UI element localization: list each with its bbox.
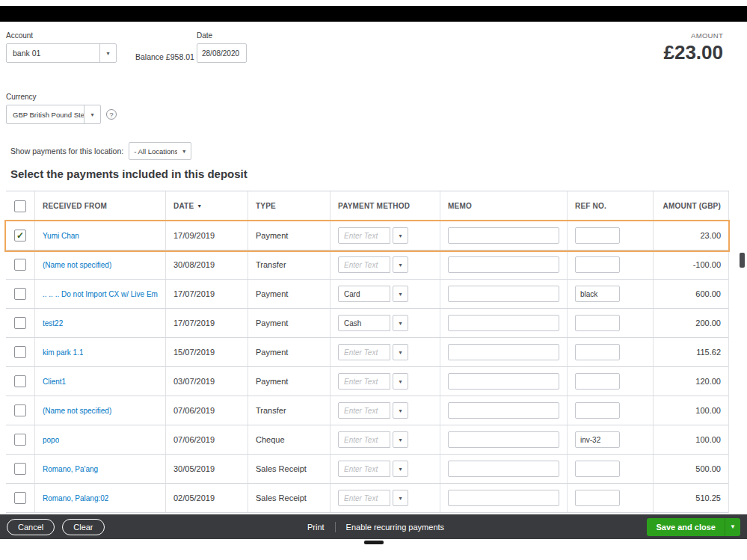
date-cell: 07/06/2019 [165, 425, 248, 454]
memo-input[interactable] [448, 431, 559, 448]
table-row: popo 07/06/2019 Cheque Enter Text ▾ 100.… [6, 425, 728, 455]
row-checkbox[interactable] [14, 492, 26, 504]
memo-input[interactable] [448, 490, 559, 506]
ref-no-input[interactable] [575, 461, 620, 477]
row-checkbox[interactable] [14, 346, 26, 358]
ref-no-input[interactable] [575, 315, 620, 331]
save-options-dropdown-arrow[interactable]: ▼ [725, 518, 740, 536]
payment-method-dropdown-arrow[interactable]: ▾ [393, 344, 408, 360]
memo-input[interactable] [448, 344, 559, 360]
chevron-down-icon[interactable]: ▾ [177, 143, 191, 159]
payment-method-dropdown-arrow[interactable]: ▾ [393, 490, 408, 506]
received-from-link[interactable]: kim park 1.1 [43, 348, 83, 357]
memo-input[interactable] [448, 227, 559, 244]
currency-select[interactable]: GBP British Pound Sterling ▾ [6, 105, 101, 124]
table-row: ✓ Yumi Chan 17/09/2019 Payment Enter Tex… [6, 221, 728, 250]
memo-input[interactable] [448, 402, 559, 419]
table-header-row: RECEIVED FROM DATE ▼ TYPE PAYMENT METHOD… [6, 191, 728, 221]
received-from-link[interactable]: Romano, Palang:02 [43, 494, 108, 502]
date-input[interactable] [197, 43, 247, 63]
type-cell: Sales Receipt [248, 484, 330, 512]
table-row: test22 17/07/2019 Payment Cash ▾ 200.00 [6, 309, 728, 338]
memo-input[interactable] [448, 256, 559, 273]
payment-method-input[interactable]: Enter Text [338, 490, 390, 506]
received-from-link[interactable]: test22 [43, 319, 63, 327]
location-select[interactable]: - All Locations - ▾ [129, 142, 191, 160]
footer-bar: Cancel Clear Print Enable recurring paym… [0, 514, 747, 539]
header-payment-method: PAYMENT METHOD [330, 191, 440, 221]
payment-method-input[interactable]: Enter Text [338, 256, 390, 273]
save-and-close-button[interactable]: Save and close ▼ [647, 518, 740, 536]
payment-method-input[interactable]: Enter Text [338, 227, 390, 244]
ref-no-input[interactable] [575, 286, 620, 302]
payment-method-input[interactable]: Enter Text [338, 461, 390, 477]
payment-method-dropdown-arrow[interactable]: ▾ [393, 431, 408, 448]
date-cell: 07/06/2019 [165, 396, 248, 425]
ref-no-input[interactable] [575, 402, 620, 419]
memo-input[interactable] [448, 373, 559, 390]
amount-cell: -100.00 [653, 250, 728, 279]
payment-method-dropdown-arrow[interactable]: ▾ [393, 402, 408, 419]
row-checkbox[interactable] [14, 375, 26, 387]
received-from-link[interactable]: .. .. .. Do not Import CX w/ Live Emails… [43, 290, 158, 298]
amount-block: AMOUNT £23.00 [663, 31, 723, 64]
ref-no-input[interactable] [575, 373, 620, 390]
account-label: Account [6, 31, 117, 40]
date-cell: 03/07/2019 [165, 367, 248, 396]
amount-cell: 510.25 [653, 484, 728, 512]
received-from-link[interactable]: (Name not specified) [43, 261, 111, 269]
payment-method-input[interactable]: Enter Text [338, 431, 390, 448]
ref-no-input[interactable] [575, 344, 620, 360]
account-select[interactable]: bank 01 ▾ [6, 43, 117, 63]
received-from-link[interactable]: Romano, Pa'ang [43, 465, 98, 473]
payment-method-input[interactable]: Enter Text [338, 373, 390, 390]
payment-method-input[interactable]: Card [338, 286, 390, 302]
chevron-down-icon[interactable]: ▾ [84, 105, 100, 123]
ref-no-input[interactable] [575, 256, 620, 273]
account-field: Account bank 01 ▾ [6, 31, 117, 63]
row-checkbox[interactable] [14, 404, 26, 416]
chevron-down-icon[interactable]: ▾ [99, 44, 116, 62]
help-icon[interactable]: ? [106, 109, 117, 120]
cancel-button[interactable]: Cancel [7, 519, 55, 535]
received-from-link[interactable]: Yumi Chan [43, 232, 79, 240]
account-select-value: bank 01 [7, 44, 99, 62]
ref-no-input[interactable] [575, 227, 620, 244]
row-checkbox[interactable]: ✓ [14, 230, 26, 241]
memo-input[interactable] [448, 315, 559, 331]
row-checkbox[interactable] [14, 317, 26, 329]
received-from-link[interactable]: Client1 [43, 378, 66, 386]
row-checkbox[interactable] [14, 463, 26, 475]
payment-method-dropdown-arrow[interactable]: ▾ [393, 461, 408, 477]
received-from-link[interactable]: (Name not specified) [43, 407, 111, 415]
type-cell: Sales Receipt [248, 455, 330, 483]
select-all-checkbox[interactable] [14, 200, 26, 212]
payment-method-dropdown-arrow[interactable]: ▾ [393, 315, 408, 331]
memo-input[interactable] [448, 286, 559, 302]
row-checkbox[interactable] [14, 259, 26, 271]
ref-no-input[interactable] [575, 490, 620, 506]
payment-method-input[interactable]: Enter Text [338, 402, 390, 419]
location-label: Show payments for this location: [10, 147, 123, 156]
header-date[interactable]: DATE ▼ [165, 191, 248, 221]
payment-method-dropdown-arrow[interactable]: ▾ [393, 373, 408, 390]
payment-method-dropdown-arrow[interactable]: ▾ [393, 227, 408, 244]
enable-recurring-payments-link[interactable]: Enable recurring payments [346, 523, 444, 532]
amount-cell: 120.00 [653, 367, 728, 396]
save-and-close-label: Save and close [647, 518, 725, 536]
memo-input[interactable] [448, 461, 559, 477]
date-field: Date [197, 31, 247, 63]
clear-button[interactable]: Clear [62, 519, 104, 535]
scrollbar-thumb[interactable] [740, 253, 745, 268]
payment-method-dropdown-arrow[interactable]: ▾ [393, 256, 408, 273]
row-checkbox[interactable] [14, 434, 26, 446]
type-cell: Payment [248, 367, 330, 396]
row-checkbox[interactable] [14, 288, 26, 300]
ref-no-input[interactable] [575, 431, 620, 448]
payment-method-input[interactable]: Enter Text [338, 344, 390, 360]
payment-method-input[interactable]: Cash [338, 315, 390, 331]
print-link[interactable]: Print [307, 523, 325, 532]
header-type: TYPE [248, 191, 330, 221]
received-from-link[interactable]: popo [43, 436, 59, 444]
payment-method-dropdown-arrow[interactable]: ▾ [393, 286, 408, 302]
